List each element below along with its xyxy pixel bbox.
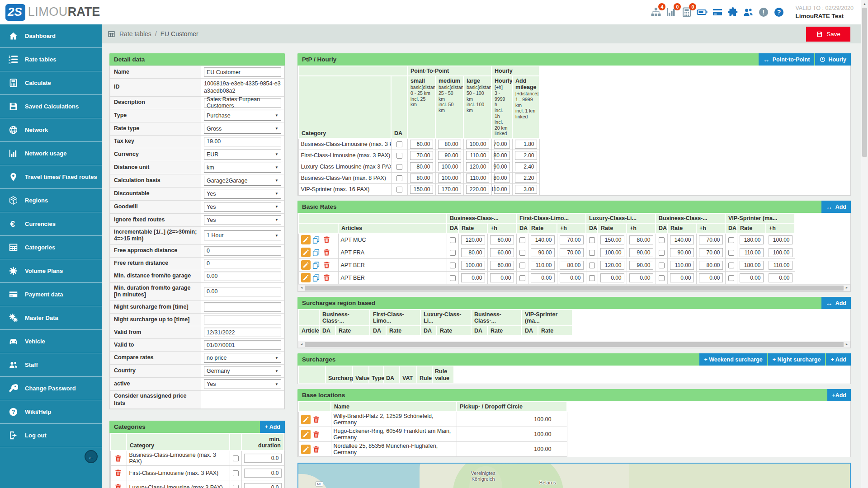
da-checkbox[interactable] <box>659 263 665 268</box>
rate-input[interactable]: 1.80 <box>515 140 537 149</box>
hourly-button[interactable]: Hourly <box>815 53 851 66</box>
compare-rates-select[interactable]: no price▼ <box>204 353 281 363</box>
da-checkbox[interactable] <box>450 275 456 281</box>
rate-input[interactable]: 180.00 <box>740 261 764 270</box>
rate-input[interactable]: 100.00 <box>769 235 793 244</box>
delete-category-button[interactable] <box>113 483 123 488</box>
rate-input[interactable]: 90.00 <box>494 162 510 171</box>
app-logo[interactable]: 2S LIMOU RATE <box>5 4 100 21</box>
name-input[interactable]: EU Customer <box>204 67 281 77</box>
category-checkbox[interactable] <box>233 455 239 461</box>
page-vertical-scrollbar[interactable]: ▲ <box>861 0 868 488</box>
rate-input[interactable]: 150.00 <box>410 185 433 194</box>
category-checkbox[interactable] <box>233 485 239 488</box>
rate-input[interactable]: 80.00 <box>410 162 433 171</box>
discountable-select[interactable]: Yes▼ <box>204 189 281 199</box>
country-select[interactable]: Germany▼ <box>204 366 281 376</box>
rate-input[interactable]: 0.00 <box>670 273 694 282</box>
rate-input[interactable]: 0.00 <box>699 273 723 282</box>
valid-to-input[interactable]: 01/07/0001 <box>204 340 281 350</box>
da-checkbox[interactable] <box>589 275 595 281</box>
battery-icon[interactable] <box>697 7 708 18</box>
delete-category-button[interactable] <box>113 454 123 463</box>
rate-input[interactable]: 110.00 <box>670 261 694 270</box>
da-checkbox[interactable] <box>589 237 595 243</box>
edit-row-button[interactable] <box>301 260 311 270</box>
rate-input[interactable]: 140.00 <box>531 235 555 244</box>
base-locations-map[interactable]: NLNBNSIrlandVereinigtes KönigreichDänema… <box>297 463 851 488</box>
da-checkbox[interactable] <box>450 250 456 256</box>
edit-row-button[interactable] <box>301 273 311 282</box>
rate-input[interactable]: 220.00 <box>466 185 489 194</box>
rate-input[interactable]: 80.00 <box>560 261 584 270</box>
sidebar-item-saved-calculations[interactable]: Saved Calculations <box>0 95 102 118</box>
rate-input[interactable]: 110.00 <box>466 151 489 160</box>
delete-row-button[interactable] <box>322 248 331 257</box>
rate-input[interactable]: 90.00 <box>629 261 653 270</box>
point-to-point-button[interactable]: ↔ Point-to-Point <box>759 53 815 66</box>
rate-input[interactable]: 3.00 <box>515 185 537 194</box>
rate-type-select[interactable]: Gross▼ <box>204 124 281 134</box>
users-icon[interactable] <box>743 7 754 18</box>
da-checkbox[interactable] <box>728 275 734 281</box>
sidebar-item-categories[interactable]: Categories <box>0 236 102 259</box>
edit-row-button[interactable] <box>301 248 311 257</box>
rate-input[interactable]: 0.00 <box>560 273 584 282</box>
rate-input[interactable]: 80.00 <box>629 235 653 244</box>
rate-input[interactable]: 90.00 <box>629 248 653 257</box>
da-checkbox[interactable] <box>519 250 525 256</box>
scroll-right-arrow[interactable]: ► <box>844 285 850 291</box>
da-checkbox[interactable] <box>728 250 734 256</box>
currency-select[interactable]: EUR▼ <box>204 150 281 160</box>
da-checkbox[interactable] <box>728 263 734 268</box>
rate-input[interactable]: 100.00 <box>461 261 485 270</box>
rate-input[interactable]: 60.00 <box>490 248 514 257</box>
da-checkbox[interactable] <box>589 250 595 256</box>
edit-row-button[interactable] <box>301 235 311 244</box>
scroll-left-arrow[interactable]: ◄ <box>298 285 305 291</box>
scroll-up-arrow[interactable]: ▲ <box>861 0 868 7</box>
edit-location-button[interactable] <box>301 445 311 454</box>
copy-row-button[interactable] <box>311 273 321 282</box>
incrementable-1-2-30min-4-15-min-select[interactable]: 1 Hour▼ <box>204 230 281 240</box>
rate-input[interactable]: 70.00 <box>699 235 723 244</box>
sidebar-item-vehicle[interactable]: Vehicle <box>0 330 102 353</box>
da-checkbox[interactable] <box>519 237 525 243</box>
calculator-icon[interactable]: 0 <box>681 7 692 18</box>
scroll-right-arrow[interactable]: ► <box>844 341 850 347</box>
min-distance-from-to-garage-input[interactable]: 0.00 <box>204 272 281 281</box>
da-checkbox[interactable] <box>396 141 402 147</box>
scrollbar-thumb[interactable] <box>862 8 867 157</box>
delete-location-button[interactable] <box>311 415 321 424</box>
scroll-left-arrow[interactable]: ◄ <box>298 341 305 347</box>
horizontal-scrollbar[interactable]: ◄ ► <box>298 341 850 348</box>
rate-input[interactable]: 80.00 <box>410 174 433 183</box>
calculation-basis-select[interactable]: Garage2Garage▼ <box>204 176 281 186</box>
rate-input[interactable]: 80.00 <box>494 151 510 160</box>
rate-input[interactable]: 70.00 <box>560 235 584 244</box>
help-icon[interactable]: ? <box>774 7 784 18</box>
rate-input[interactable]: 0.00 <box>740 273 764 282</box>
rate-input[interactable]: 0.00 <box>531 273 555 282</box>
ignore-fixed-routes-select[interactable]: Yes▼ <box>204 215 281 225</box>
surcharges-add-button[interactable]: + Add <box>826 353 851 366</box>
da-checkbox[interactable] <box>519 275 525 281</box>
da-checkbox[interactable] <box>728 237 734 243</box>
rate-input[interactable]: 100.00 <box>466 140 489 149</box>
sidebar-item-rate-tables[interactable]: 123Rate tables <box>0 48 102 71</box>
night-surcharge-up-to-time-input[interactable] <box>204 315 281 324</box>
active-select[interactable]: Yes▼ <box>204 379 281 389</box>
rate-input[interactable]: 100.00 <box>600 248 624 257</box>
da-checkbox[interactable] <box>589 263 595 268</box>
da-checkbox[interactable] <box>450 237 456 243</box>
rate-input[interactable]: 60.00 <box>410 140 433 149</box>
valid-from-input[interactable]: 12/31/2022 <box>204 328 281 337</box>
sidebar-item-change-password[interactable]: Change Password <box>0 377 102 400</box>
delete-row-button[interactable] <box>322 260 331 270</box>
sidebar-item-log-out[interactable]: Log out <box>0 424 102 447</box>
base-locations-add-button[interactable]: +Add <box>827 389 851 401</box>
horizontal-scrollbar[interactable]: ◄ ► <box>298 284 850 291</box>
description-input[interactable]: Sales Rates Eurpean Customers <box>204 98 281 108</box>
rate-input[interactable]: 110.00 <box>740 248 764 257</box>
min-duration-input[interactable]: 0.0 <box>244 483 282 488</box>
